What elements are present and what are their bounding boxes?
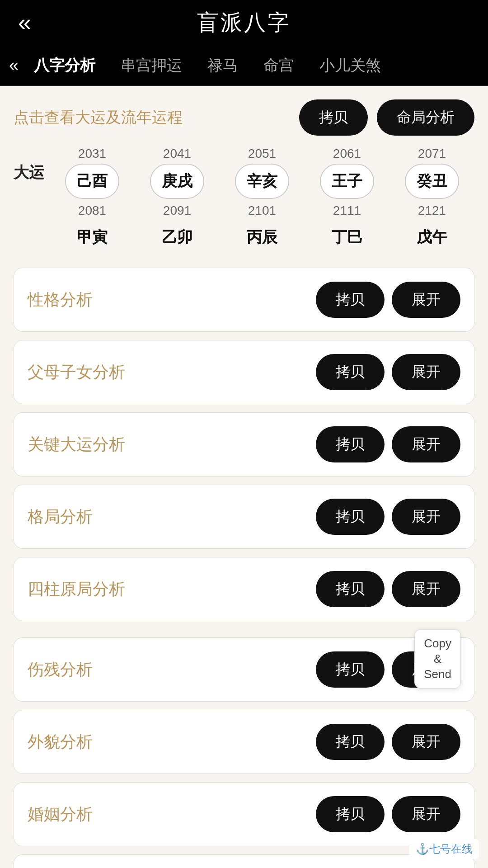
section-title-xingge: 性格分析	[28, 289, 93, 311]
dayun-ganzhi-2-1[interactable]: 甲寅	[65, 221, 119, 254]
expand-btn-fumuzinv[interactable]: 展开	[392, 354, 460, 390]
copy-btn-waimao[interactable]: 拷贝	[316, 724, 385, 760]
dayun-cell-1-3: 2051 辛亥	[220, 146, 305, 199]
section-buttons-geju: 拷贝 展开	[316, 499, 460, 535]
dayun-ganzhi-2-4[interactable]: 丁巳	[320, 221, 374, 254]
section-buttons-hunyin: 拷贝 展开	[316, 796, 460, 832]
section-buttons-waimao: 拷贝 展开	[316, 724, 460, 760]
dayun-year-2-3: 2101	[248, 203, 276, 218]
section-title-geju: 格局分析	[28, 506, 93, 528]
tab-luma[interactable]: 禄马	[195, 55, 251, 76]
page-title: 盲派八字	[197, 8, 291, 37]
fate-analysis-button[interactable]: 命局分析	[377, 99, 474, 136]
copy-btn-dayunkey[interactable]: 拷贝	[316, 426, 385, 462]
section-gongming: 功名学业分析 拷贝 展开	[14, 854, 474, 868]
dayun-row-2: 2081 甲寅 2091 乙卯 2101 丙辰 2111 丁巳 2121 戊	[14, 203, 474, 254]
dayun-year-2-2: 2091	[163, 203, 191, 218]
section-hunyin: 婚姻分析 拷贝 展开	[14, 782, 474, 846]
dayun-cell-2-3: 2101 丙辰	[220, 203, 305, 254]
section-title-fumuzinv: 父母子女分析	[28, 361, 125, 383]
expand-btn-waimao[interactable]: 展开	[392, 724, 460, 760]
section-title-dayunkey: 关键大运分析	[28, 434, 125, 456]
dayun-cell-2-2: 2091 乙卯	[135, 203, 220, 254]
dayun-ganzhi-1-5[interactable]: 癸丑	[405, 164, 459, 199]
dayun-year-2-1: 2081	[78, 203, 106, 218]
dayun-ganzhi-1-2[interactable]: 庚戌	[150, 164, 204, 199]
copy-btn-xingge[interactable]: 拷贝	[316, 282, 385, 318]
dayun-cell-2-1: 2081 甲寅	[50, 203, 135, 254]
dayun-cell-1-4: 2061 王子	[305, 146, 389, 199]
copy-btn-hunyin[interactable]: 拷贝	[316, 796, 385, 832]
section-shangcan: 伤残分析 拷贝 展开	[14, 637, 474, 702]
dayun-label: 大运	[14, 162, 50, 183]
section-title-shangcan: 伤残分析	[28, 659, 93, 681]
dayun-table: 大运 2031 己酉 2041 庚戌 2051 辛亥 2061 王子	[14, 146, 474, 254]
section-buttons-fumuzinv: 拷贝 展开	[316, 354, 460, 390]
copy-btn-fumuzinv[interactable]: 拷贝	[316, 354, 385, 390]
top-action-label[interactable]: 点击查看大运及流年运程	[14, 107, 183, 128]
expand-btn-xingge[interactable]: 展开	[392, 282, 460, 318]
top-action-buttons: 拷贝 命局分析	[299, 99, 474, 136]
dayun-ganzhi-1-3[interactable]: 辛亥	[235, 164, 289, 199]
expand-btn-sipai[interactable]: 展开	[392, 571, 460, 607]
dayun-cell-2-4: 2111 丁巳	[305, 203, 389, 254]
footer-watermark: ⚓七号在线	[409, 839, 479, 859]
section-waimao: 外貌分析 拷贝 展开	[14, 710, 474, 774]
expand-btn-hunyin[interactable]: 展开	[392, 796, 460, 832]
section-buttons-dayunkey: 拷贝 展开	[316, 426, 460, 462]
expand-btn-shangcan[interactable]: 展开	[392, 651, 460, 688]
tab-bazhi[interactable]: 八字分析	[21, 55, 108, 76]
dayun-years-row-2: 2081 甲寅 2091 乙卯 2101 丙辰 2111 丁巳 2121 戊	[50, 203, 474, 254]
section-title-hunyin: 婚姻分析	[28, 803, 93, 826]
expand-btn-geju[interactable]: 展开	[392, 499, 460, 535]
tab-bar: « 八字分析 串宫押运 禄马 命宫 小儿关煞	[0, 45, 488, 86]
section-xingge: 性格分析 拷贝 展开	[14, 268, 474, 332]
section-buttons-xingge: 拷贝 展开	[316, 282, 460, 318]
section-buttons-shangcan: 拷贝 展开	[316, 651, 460, 688]
header: « 盲派八字	[0, 0, 488, 45]
dayun-years-row-1: 2031 己酉 2041 庚戌 2051 辛亥 2061 王子 2071 癸	[50, 146, 474, 199]
section-buttons-sipai: 拷贝 展开	[316, 571, 460, 607]
back-button[interactable]: «	[18, 9, 31, 36]
dayun-year-1-5: 2071	[418, 146, 446, 161]
dayun-year-1-2: 2041	[163, 146, 191, 161]
dayun-ganzhi-1-4[interactable]: 王子	[320, 164, 374, 199]
dayun-ganzhi-2-5[interactable]: 戊午	[405, 221, 459, 254]
expand-btn-dayunkey[interactable]: 展开	[392, 426, 460, 462]
section-sipai-wrapper: 四柱原局分析 拷贝 展开 Copy & Send	[14, 557, 474, 629]
section-dayunkey: 关键大运分析 拷贝 展开	[14, 412, 474, 476]
top-action-row: 点击查看大运及流年运程 拷贝 命局分析	[14, 99, 474, 136]
dayun-row-1: 大运 2031 己酉 2041 庚戌 2051 辛亥 2061 王子	[14, 146, 474, 199]
section-sipai: 四柱原局分析 拷贝 展开	[14, 557, 474, 621]
tab-minggong[interactable]: 命宫	[251, 55, 307, 76]
dayun-ganzhi-2-3[interactable]: 丙辰	[235, 221, 289, 254]
copy-btn-geju[interactable]: 拷贝	[316, 499, 385, 535]
dayun-ganzhi-1-1[interactable]: 己酉	[65, 164, 119, 199]
section-title-waimao: 外貌分析	[28, 731, 93, 753]
copy-btn-sipai[interactable]: 拷贝	[316, 571, 385, 607]
section-title-sipai: 四柱原局分析	[28, 578, 125, 600]
dayun-cell-2-5: 2121 戊午	[389, 203, 474, 254]
section-geju: 格局分析 拷贝 展开	[14, 485, 474, 549]
section-list: 性格分析 拷贝 展开 父母子女分析 拷贝 展开 关键大运分析 拷贝 展开 格局分…	[14, 268, 474, 868]
copy-btn-shangcan[interactable]: 拷贝	[316, 651, 385, 688]
tab-guansha[interactable]: 小儿关煞	[307, 55, 394, 76]
dayun-ganzhi-2-2[interactable]: 乙卯	[150, 221, 204, 254]
dayun-year-2-5: 2121	[418, 203, 446, 218]
dayun-cell-1-5: 2071 癸丑	[389, 146, 474, 199]
copy-button-top[interactable]: 拷贝	[299, 99, 368, 136]
tab-back-icon: «	[9, 56, 19, 75]
dayun-year-2-4: 2111	[333, 203, 361, 218]
dayun-year-1-4: 2061	[333, 146, 361, 161]
section-fumuzinv: 父母子女分析 拷贝 展开	[14, 340, 474, 404]
dayun-cell-1-2: 2041 庚戌	[135, 146, 220, 199]
dayun-year-1-3: 2051	[248, 146, 276, 161]
dayun-year-1-1: 2031	[78, 146, 106, 161]
tab-shenggong[interactable]: 串宫押运	[108, 55, 195, 76]
content-area: 点击查看大运及流年运程 拷贝 命局分析 大运 2031 己酉 2041 庚戌 2…	[0, 86, 488, 868]
dayun-cell-1-1: 2031 己酉	[50, 146, 135, 199]
